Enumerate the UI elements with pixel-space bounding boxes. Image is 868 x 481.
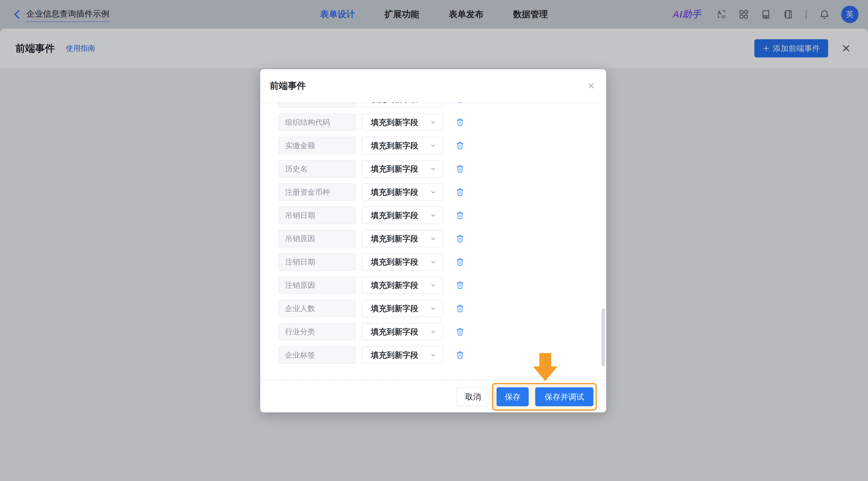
field-mapping-list: 填充到新字段 组织结构代码 填充到新字段 <box>260 102 606 380</box>
field-name-placeholder: 实缴金额 <box>285 140 315 151</box>
field-name-input[interactable]: 企业人数 <box>278 300 356 317</box>
field-name-input[interactable]: 注册资金币种 <box>278 184 356 201</box>
fill-action-value: 填充到新字段 <box>371 163 418 174</box>
field-name-placeholder: 吊销日期 <box>285 211 315 221</box>
delete-row-button[interactable] <box>455 102 465 104</box>
chevron-down-icon <box>430 212 437 219</box>
field-name-placeholder: 注册资金币种 <box>285 187 330 197</box>
field-name-placeholder: 注销原因 <box>285 280 315 290</box>
field-name-placeholder: 行业分类 <box>285 327 315 337</box>
fill-action-value: 填充到新字段 <box>371 117 418 128</box>
fill-action-select[interactable]: 填充到新字段 <box>362 207 443 224</box>
fill-action-value: 填充到新字段 <box>371 303 418 314</box>
field-name-placeholder: 组织结构代码 <box>285 117 330 127</box>
field-mapping-row: 吊销原因 填充到新字段 <box>278 230 606 247</box>
delete-row-button[interactable] <box>455 118 465 127</box>
frontend-event-modal: 前端事件 填充到新字段 组织结构代码 填充到新字段 <box>260 69 606 412</box>
field-mapping-row: 实缴金额 填充到新字段 <box>278 137 606 154</box>
fill-action-select[interactable]: 填充到新字段 <box>362 137 443 154</box>
field-name-input[interactable]: 注销日期 <box>278 253 356 270</box>
field-mapping-row: 企业人数 填充到新字段 <box>278 300 606 317</box>
chevron-down-icon <box>430 328 437 335</box>
delete-row-button[interactable] <box>455 211 465 220</box>
field-name-input[interactable]: 实缴金额 <box>278 137 356 154</box>
fill-action-value: 填充到新字段 <box>371 187 418 198</box>
field-name-input[interactable]: 组织结构代码 <box>278 114 356 131</box>
chevron-down-icon <box>430 305 437 312</box>
delete-row-button[interactable] <box>455 327 465 336</box>
field-name-input[interactable]: 吊销原因 <box>278 230 356 247</box>
orange-arrow-annotation <box>533 353 557 381</box>
field-mapping-row: 注销日期 填充到新字段 <box>278 253 606 270</box>
fill-action-value: 填充到新字段 <box>371 102 418 104</box>
fill-action-value: 填充到新字段 <box>371 280 418 291</box>
fill-action-select[interactable]: 填充到新字段 <box>362 102 443 108</box>
fill-action-value: 填充到新字段 <box>371 326 418 337</box>
fill-action-value: 填充到新字段 <box>371 350 418 360</box>
fill-action-select[interactable]: 填充到新字段 <box>362 346 443 364</box>
field-mapping-row: 组织结构代码 填充到新字段 <box>278 114 606 131</box>
field-name-placeholder: 企业人数 <box>285 303 315 314</box>
delete-row-button[interactable] <box>455 281 465 290</box>
field-name-input[interactable]: 吊销日期 <box>278 207 356 224</box>
fill-action-value: 填充到新字段 <box>371 140 418 151</box>
chevron-down-icon <box>430 235 437 242</box>
delete-row-button[interactable] <box>455 257 465 267</box>
app-screen: 企业信息查询插件示例 表单设计 扩展功能 表单发布 数据管理 AI助手 A 中 <box>0 0 868 481</box>
chevron-down-icon <box>430 189 437 196</box>
fill-action-value: 填充到新字段 <box>371 233 418 244</box>
field-name-placeholder: 吊销原因 <box>285 234 315 244</box>
fill-action-select[interactable]: 填充到新字段 <box>362 230 443 247</box>
delete-row-button[interactable] <box>455 187 465 197</box>
field-name-input[interactable] <box>278 102 356 108</box>
chevron-down-icon <box>430 258 437 265</box>
modal-title: 前端事件 <box>270 80 306 92</box>
delete-row-button[interactable] <box>455 304 465 313</box>
fill-action-select[interactable]: 填充到新字段 <box>362 253 443 270</box>
save-and-debug-button[interactable]: 保存并调试 <box>535 387 593 406</box>
chevron-down-icon <box>430 351 437 358</box>
chevron-down-icon <box>430 142 437 149</box>
field-mapping-row: 吊销日期 填充到新字段 <box>278 207 606 224</box>
field-name-placeholder: 历史名 <box>285 164 308 174</box>
chevron-down-icon <box>430 165 437 172</box>
modal-header: 前端事件 <box>260 69 606 102</box>
field-name-input[interactable]: 注销原因 <box>278 277 356 294</box>
field-name-input[interactable]: 历史名 <box>278 160 356 178</box>
field-mapping-row: 填充到新字段 <box>278 102 606 108</box>
delete-row-button[interactable] <box>455 350 465 360</box>
delete-row-button[interactable] <box>455 141 465 150</box>
fill-action-select[interactable]: 填充到新字段 <box>362 300 443 317</box>
field-mapping-row: 历史名 填充到新字段 <box>278 160 606 178</box>
field-mapping-row: 行业分类 填充到新字段 <box>278 323 606 341</box>
field-mapping-row: 注销原因 填充到新字段 <box>278 277 606 294</box>
field-name-placeholder: 企业标签 <box>285 350 315 360</box>
modal-scrollbar-thumb[interactable] <box>601 308 605 366</box>
cancel-button[interactable]: 取消 <box>457 387 490 406</box>
field-name-input[interactable]: 企业标签 <box>278 346 356 364</box>
field-name-placeholder: 注销日期 <box>285 257 315 267</box>
fill-action-select[interactable]: 填充到新字段 <box>362 277 443 294</box>
fill-action-select[interactable]: 填充到新字段 <box>362 114 443 131</box>
fill-action-select[interactable]: 填充到新字段 <box>362 160 443 178</box>
field-mapping-row: 注册资金币种 填充到新字段 <box>278 184 606 201</box>
fill-action-value: 填充到新字段 <box>371 257 418 267</box>
chevron-down-icon <box>430 282 437 289</box>
fill-action-select[interactable]: 填充到新字段 <box>362 184 443 201</box>
save-button[interactable]: 保存 <box>497 387 529 406</box>
delete-row-button[interactable] <box>455 164 465 173</box>
chevron-down-icon <box>430 119 437 126</box>
fill-action-select[interactable]: 填充到新字段 <box>362 323 443 341</box>
field-name-input[interactable]: 行业分类 <box>278 323 356 341</box>
fill-action-value: 填充到新字段 <box>371 210 418 221</box>
modal-close-icon[interactable] <box>587 81 596 91</box>
delete-row-button[interactable] <box>455 234 465 243</box>
